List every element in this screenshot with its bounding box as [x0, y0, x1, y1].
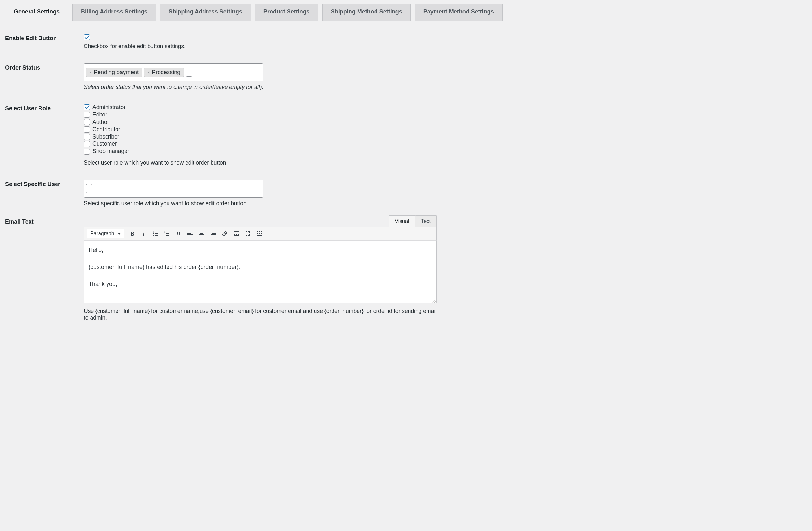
tag-input[interactable]: [186, 68, 192, 77]
role-option-shop-manager[interactable]: Shop manager: [84, 148, 437, 155]
order-status-select[interactable]: Pending payment Processing: [84, 63, 263, 81]
tab-product[interactable]: Product Settings: [255, 3, 318, 21]
svg-point-4: [153, 235, 154, 236]
svg-rect-3: [155, 233, 158, 234]
italic-icon[interactable]: [140, 230, 147, 237]
bullet-list-icon[interactable]: [152, 230, 159, 237]
svg-rect-31: [259, 231, 260, 232]
order-status-tag: Pending payment: [86, 68, 142, 77]
role-label: Contributor: [92, 126, 120, 133]
svg-rect-15: [187, 236, 191, 236]
email-editor: Visual Text Paragraph 123: [84, 215, 437, 303]
editor-tab-text[interactable]: Text: [415, 215, 437, 227]
svg-point-0: [153, 232, 154, 233]
svg-rect-7: [166, 232, 170, 232]
svg-rect-12: [187, 232, 192, 232]
role-option-subscriber[interactable]: Subscriber: [84, 133, 437, 141]
tab-billing[interactable]: Billing Address Settings: [72, 3, 156, 21]
svg-rect-18: [199, 234, 204, 235]
svg-rect-19: [200, 236, 203, 236]
specific-user-label: Select Specific User: [5, 176, 84, 217]
svg-rect-21: [213, 233, 216, 234]
bold-icon[interactable]: [129, 230, 136, 237]
tag-label: Pending payment: [94, 69, 139, 76]
settings-tabs: General Settings Billing Address Setting…: [5, 3, 807, 21]
role-option-customer[interactable]: Customer: [84, 141, 437, 148]
svg-rect-27: [235, 234, 237, 235]
align-left-icon[interactable]: [187, 230, 193, 237]
blockquote-icon[interactable]: [175, 230, 182, 237]
svg-rect-14: [187, 234, 192, 235]
role-option-administrator[interactable]: Administrator: [84, 104, 437, 111]
svg-rect-13: [187, 233, 191, 234]
tab-general[interactable]: General Settings: [5, 3, 68, 21]
svg-rect-24: [234, 231, 239, 232]
enable-edit-label: Enable Edit Button: [5, 30, 84, 59]
link-icon[interactable]: [221, 230, 228, 237]
fullscreen-icon[interactable]: [244, 230, 251, 237]
align-right-icon[interactable]: [209, 230, 217, 237]
specific-user-desc: Select specific user role which you want…: [84, 200, 437, 207]
role-option-author[interactable]: Author: [84, 119, 437, 126]
role-label: Author: [92, 119, 109, 126]
email-text-desc: Use {customer_full_name} for customer na…: [84, 308, 437, 321]
align-center-icon[interactable]: [198, 230, 205, 237]
svg-rect-29: [234, 235, 239, 236]
svg-rect-26: [234, 234, 235, 235]
editor-content[interactable]: Hello, {customer_full_name} has edited h…: [84, 240, 437, 303]
svg-rect-34: [259, 233, 260, 234]
tag-label: Processing: [152, 69, 180, 76]
svg-rect-28: [237, 234, 239, 235]
role-label: Shop manager: [92, 148, 129, 155]
enable-edit-checkbox[interactable]: [84, 34, 90, 41]
user-role-list: Administrator Editor Author Contributor …: [84, 104, 437, 155]
editor-tab-visual[interactable]: Visual: [389, 215, 415, 227]
tab-shipping[interactable]: Shipping Address Settings: [160, 3, 251, 21]
role-label: Editor: [92, 111, 107, 118]
svg-rect-1: [155, 232, 158, 232]
toolbar-toggle-icon[interactable]: [256, 230, 263, 237]
role-label: Customer: [92, 141, 117, 148]
tab-payment-method[interactable]: Payment Method Settings: [415, 3, 503, 21]
role-checkbox[interactable]: [84, 127, 90, 133]
svg-rect-25: [234, 233, 239, 233]
svg-rect-30: [257, 231, 258, 232]
role-option-contributor[interactable]: Contributor: [84, 126, 437, 133]
svg-rect-23: [213, 236, 216, 236]
resize-handle-icon[interactable]: [432, 298, 436, 302]
svg-rect-22: [211, 234, 216, 235]
role-checkbox[interactable]: [84, 112, 90, 118]
role-checkbox[interactable]: [84, 104, 90, 110]
remove-tag-icon[interactable]: [89, 70, 92, 74]
svg-rect-11: [166, 235, 170, 236]
order-status-desc: Select order status that you want to cha…: [84, 84, 437, 90]
read-more-icon[interactable]: [233, 230, 240, 237]
editor-toolbar: Paragraph 123: [84, 227, 437, 240]
tag-input[interactable]: [86, 184, 92, 193]
role-checkbox[interactable]: [84, 149, 90, 154]
role-checkbox[interactable]: [84, 141, 90, 147]
svg-rect-17: [200, 233, 203, 234]
specific-user-select[interactable]: [84, 180, 263, 198]
user-role-label: Select User Role: [5, 100, 84, 176]
svg-rect-20: [211, 232, 216, 232]
svg-rect-16: [199, 232, 204, 232]
svg-rect-36: [257, 235, 262, 236]
svg-rect-35: [261, 233, 262, 234]
number-list-icon[interactable]: 123: [163, 230, 171, 237]
tab-shipping-method[interactable]: Shipping Method Settings: [322, 3, 411, 21]
role-option-editor[interactable]: Editor: [84, 111, 437, 118]
role-checkbox[interactable]: [84, 134, 90, 140]
role-checkbox[interactable]: [84, 119, 90, 125]
email-line: Thank you,: [89, 280, 432, 289]
role-label: Administrator: [92, 104, 126, 111]
order-status-label: Order Status: [5, 59, 84, 100]
svg-text:3: 3: [164, 234, 165, 236]
order-status-tag: Processing: [144, 68, 184, 77]
email-text-label: Email Text: [5, 217, 84, 331]
user-role-desc: Select user role which you want to show …: [84, 160, 437, 166]
format-select[interactable]: Paragraph: [87, 229, 124, 238]
remove-tag-icon[interactable]: [147, 70, 150, 74]
email-line: Hello,: [89, 246, 432, 254]
svg-point-2: [153, 233, 154, 234]
